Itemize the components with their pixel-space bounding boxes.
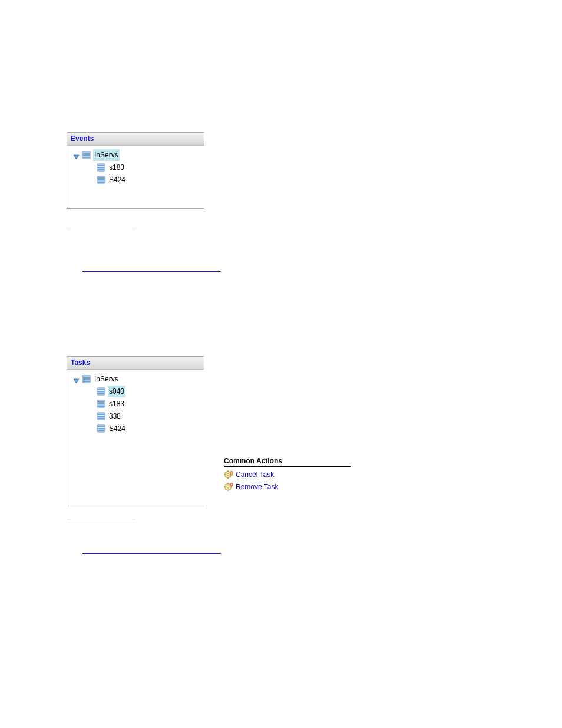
storage-icon [97, 412, 105, 420]
events-title: Events [71, 134, 94, 143]
cancel-task-link[interactable]: Cancel Task [236, 470, 274, 479]
svg-rect-24 [98, 403, 104, 405]
storage-icon [97, 176, 105, 184]
common-actions-header: Common Actions [224, 457, 351, 467]
gear-alert-icon: ! [224, 470, 233, 479]
collapse-icon[interactable] [73, 376, 80, 383]
svg-rect-20 [98, 391, 104, 393]
tree-item[interactable]: 338 [97, 410, 200, 422]
tree-item-label: S424 [108, 423, 127, 434]
tree-item-label: s183 [108, 398, 125, 410]
svg-rect-12 [98, 182, 104, 183]
svg-rect-16 [83, 378, 90, 380]
svg-rect-3 [83, 154, 90, 156]
svg-rect-28 [98, 416, 104, 417]
svg-rect-19 [98, 389, 104, 391]
svg-rect-33 [98, 430, 104, 432]
storage-icon [97, 400, 105, 408]
tasks-tree-root-row[interactable]: InServs [73, 373, 200, 385]
tree-item[interactable]: s183 [97, 398, 200, 410]
common-action-remove[interactable]: Remove Task [224, 482, 351, 492]
events-children: s183 S424 [97, 162, 200, 186]
svg-rect-23 [98, 401, 104, 403]
svg-rect-10 [98, 177, 104, 179]
svg-rect-21 [98, 393, 104, 395]
link-underline [82, 271, 221, 272]
tree-item-label: 338 [108, 410, 122, 422]
tree-item-label: S424 [108, 174, 127, 186]
svg-line-40 [225, 472, 226, 472]
svg-rect-4 [83, 157, 90, 159]
svg-marker-13 [74, 379, 79, 383]
common-actions-title: Common Actions [224, 457, 282, 465]
svg-rect-15 [83, 377, 90, 378]
svg-line-41 [230, 476, 230, 477]
remove-task-link[interactable]: Remove Task [236, 483, 278, 491]
common-actions-pane: Common Actions ! Cancel Task [224, 457, 351, 492]
tasks-tree: InServs s040 [67, 370, 204, 440]
divider [67, 519, 136, 519]
events-panel-header: Events [67, 133, 204, 146]
link-underline [82, 553, 221, 554]
svg-line-53 [230, 489, 230, 489]
svg-marker-0 [74, 155, 79, 159]
storage-icon [82, 151, 91, 159]
svg-rect-11 [98, 179, 104, 181]
storage-icon [97, 424, 105, 433]
tasks-children: s040 s183 [97, 386, 200, 434]
divider [67, 230, 136, 230]
events-tree: InServs s183 [67, 146, 204, 208]
svg-rect-27 [98, 414, 104, 416]
svg-line-43 [225, 476, 226, 477]
svg-rect-25 [98, 406, 104, 407]
svg-rect-7 [98, 167, 104, 169]
collapse-icon[interactable] [73, 152, 80, 159]
svg-rect-2 [83, 153, 90, 154]
svg-rect-17 [83, 381, 90, 383]
storage-icon [82, 375, 91, 383]
svg-point-47 [227, 486, 229, 488]
svg-line-55 [225, 489, 226, 489]
events-root-label[interactable]: InServs [93, 149, 120, 161]
svg-point-35 [227, 473, 229, 476]
svg-rect-6 [98, 165, 104, 167]
svg-line-52 [225, 484, 226, 485]
tasks-panel: Tasks InServs [67, 356, 204, 506]
storage-icon [97, 387, 105, 396]
events-panel: Events InServs [67, 132, 204, 209]
svg-rect-31 [98, 426, 104, 428]
svg-rect-8 [98, 169, 104, 171]
svg-rect-32 [98, 428, 104, 430]
svg-rect-29 [98, 418, 104, 420]
gear-delete-icon [224, 482, 233, 492]
common-action-cancel[interactable]: ! Cancel Task [224, 470, 351, 479]
storage-icon [97, 163, 105, 172]
events-tree-root-row[interactable]: InServs [73, 149, 200, 161]
tasks-root-label[interactable]: InServs [93, 373, 120, 385]
tree-item[interactable]: S424 [97, 423, 200, 434]
svg-text:!: ! [231, 471, 232, 475]
tree-item[interactable]: s183 [97, 162, 200, 173]
tree-item-label: s183 [108, 162, 125, 173]
tasks-panel-header: Tasks [67, 357, 204, 370]
tree-item[interactable]: S424 [97, 174, 200, 186]
tree-item-label: s040 [108, 386, 125, 397]
tasks-title: Tasks [71, 358, 90, 367]
tree-item[interactable]: s040 [97, 386, 200, 397]
